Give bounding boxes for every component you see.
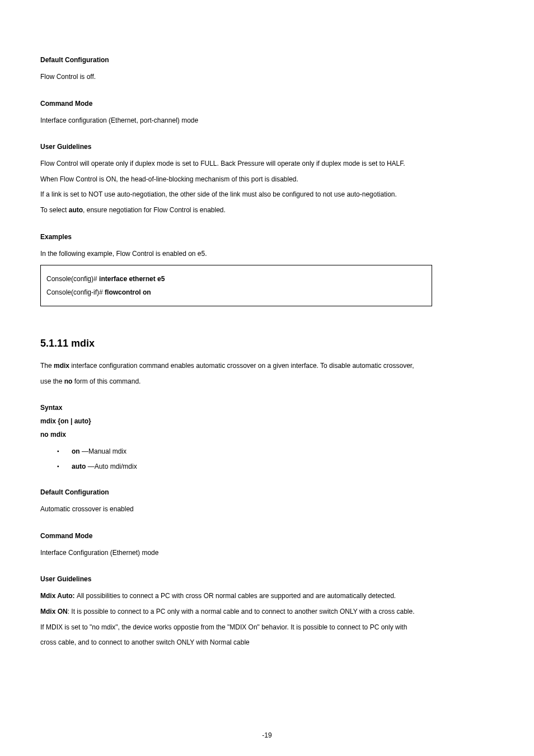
command-description: The mdix interface configuration command… (40, 358, 494, 389)
ug2-1: All possibilities to connect a PC with c… (77, 592, 396, 600)
heading-user-guidelines-2: User Guidelines (40, 575, 494, 583)
user-guidelines-block-2: Mdix Auto: All possibilities to connect … (40, 589, 494, 650)
list-item-on: on —Manual mdix (57, 444, 494, 459)
heading-default-config-1: Default Configuration (40, 56, 494, 64)
command-title: 5.1.11 mdix (40, 338, 494, 349)
heading-examples: Examples (40, 233, 494, 241)
ug4-b: , ensure negotiation for Flow Control is… (83, 206, 226, 214)
desc1bold: mdix (54, 362, 69, 370)
ug4-a: To select (40, 206, 69, 214)
ug4-bold: auto (69, 206, 83, 214)
code2a: Console(config-if)# (46, 288, 105, 296)
bullet-list: on —Manual mdix auto —Auto mdi/mdix (57, 444, 494, 474)
ug2-1-bold: Mdix Auto: (40, 592, 77, 600)
code1b: interface ethernet e5 (99, 275, 165, 283)
ug2-line1: Mdix Auto: All possibilities to connect … (40, 589, 494, 604)
heading-syntax: Syntax (40, 404, 494, 412)
text-dc2: Automatic crossover is enabled (40, 502, 494, 517)
ug2-line2: Mdix ON: It is possible to connect to a … (40, 604, 494, 620)
ug2-2-bold: Mdix ON (40, 608, 68, 615)
heading-user-guidelines-1: User Guidelines (40, 143, 494, 151)
desc1b: interface configuration command enables … (69, 362, 414, 370)
desc2b: form of this command. (72, 377, 140, 385)
syntax-line-1: mdix {on | auto} (40, 417, 494, 425)
desc2bold: no (64, 377, 73, 385)
desc2a: use the (40, 377, 64, 385)
text-mode-1: Interface configuration (Ethernet, port-… (40, 113, 494, 129)
example-intro: In the following example, Flow Control i… (40, 246, 494, 262)
desc-line2: use the no form of this command. (40, 374, 494, 390)
ug2-2: : It is possible to connect to a PC only… (68, 608, 415, 615)
code2b: flowcontrol on (105, 288, 151, 296)
desc-line1: The mdix interface configuration command… (40, 358, 494, 374)
bullet1-bold: on (72, 447, 80, 455)
page-number: -19 (0, 731, 534, 739)
heading-command-mode-1: Command Mode (40, 100, 494, 108)
code-line-2: Console(config-if)# flowcontrol on (46, 286, 426, 299)
code-line-1: Console(config)# interface ethernet e5 (46, 272, 426, 286)
bullet2-text: —Auto mdi/mdix (86, 463, 137, 470)
ug1-line4: To select auto, ensure negotiation for F… (40, 203, 494, 218)
heading-command-mode-2: Command Mode (40, 532, 494, 540)
heading-default-config-2: Default Configuration (40, 488, 494, 496)
list-item-auto: auto —Auto mdi/mdix (57, 459, 494, 474)
user-guidelines-block-1: Flow Control will operate only if duplex… (40, 156, 494, 218)
bullet1-text: —Manual mdix (80, 447, 127, 455)
code1a: Console(config)# (46, 275, 99, 283)
text-mode-2: Interface Configuration (Ethernet) mode (40, 545, 494, 561)
desc1a: The (40, 362, 54, 370)
ug2-line4: cross cable, and to connect to another s… (40, 635, 494, 651)
ug1-line1: Flow Control will operate only if duplex… (40, 156, 494, 172)
ug1-line3: If a link is set to NOT use auto-negotia… (40, 187, 494, 203)
syntax-line-2: no mdix (40, 431, 494, 438)
ug1-line2: When Flow Control is ON, the head-of-lin… (40, 172, 494, 188)
bullet2-bold: auto (72, 463, 86, 470)
code-box: Console(config)# interface ethernet e5 C… (40, 265, 432, 306)
text-flow-off: Flow Control is off. (40, 69, 494, 85)
ug2-line3: If MDIX is set to "no mdix", the device … (40, 620, 494, 636)
